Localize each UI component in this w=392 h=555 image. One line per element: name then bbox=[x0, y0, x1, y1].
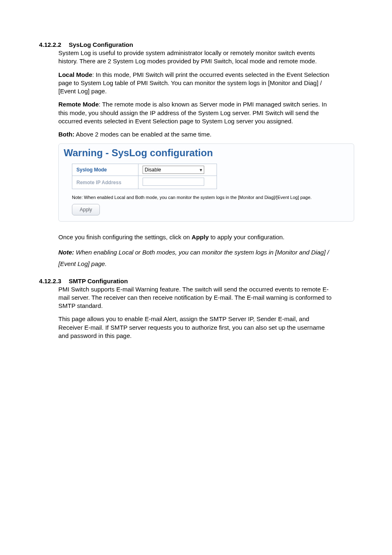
syslog-mode-select[interactable]: Disable ▼ bbox=[143, 166, 204, 174]
remote-ip-label: Remote IP Address bbox=[72, 176, 138, 189]
syslog-mode-label: Syslog Mode bbox=[72, 164, 138, 176]
syslog-config-panel: Warning - SysLog configuration Syslog Mo… bbox=[58, 143, 354, 222]
apply-button[interactable]: Apply bbox=[72, 204, 100, 215]
paragraph: System Log is useful to provide system a… bbox=[58, 49, 334, 66]
select-value: Disable bbox=[145, 167, 161, 173]
paragraph: This page allows you to enable E-mail Al… bbox=[58, 315, 334, 340]
paragraph: PMI Switch supports E-mail Warning featu… bbox=[58, 285, 334, 310]
document-page: 4.12.2.2SysLog Configuration System Log … bbox=[0, 0, 392, 370]
inline-text: When enabling Local or Both modes, you c… bbox=[58, 249, 329, 268]
panel-note: Note: When enabled Local and Both mode, … bbox=[72, 195, 350, 200]
table-row: Syslog Mode Disable ▼ bbox=[72, 164, 217, 176]
note-paragraph: Note: When enabling Local or Both modes,… bbox=[58, 247, 334, 270]
inline-text: to apply your configuration. bbox=[209, 234, 284, 240]
section-number: 4.12.2.2 bbox=[39, 41, 61, 48]
inline-text: : The remote mode is also known as Serve… bbox=[58, 101, 327, 125]
config-form-table: Syslog Mode Disable ▼ Remote IP Address bbox=[72, 164, 217, 189]
paragraph: Both: Above 2 modes can be enabled at th… bbox=[58, 130, 334, 139]
inline-label: Apply bbox=[191, 234, 209, 240]
chevron-down-icon: ▼ bbox=[199, 168, 203, 172]
panel-title: Warning - SysLog configuration bbox=[64, 147, 350, 159]
inline-label: Remote Mode bbox=[58, 101, 99, 108]
section-title: SMTP Configuration bbox=[69, 278, 128, 284]
section-title: SysLog Configuration bbox=[69, 41, 133, 48]
table-row: Remote IP Address bbox=[72, 176, 217, 189]
remote-ip-input[interactable] bbox=[143, 178, 204, 186]
syslog-mode-cell: Disable ▼ bbox=[138, 164, 217, 176]
paragraph: Once you finish configuring the settings… bbox=[58, 233, 334, 241]
inline-text: : In this mode, PMI Switch will print th… bbox=[58, 71, 329, 95]
section-heading-syslog: 4.12.2.2SysLog Configuration bbox=[39, 41, 359, 48]
inline-label: Local Mode bbox=[58, 71, 92, 78]
remote-ip-cell bbox=[138, 176, 217, 189]
paragraph: Remote Mode: The remote mode is also kno… bbox=[58, 100, 334, 125]
inline-label: Note: bbox=[58, 249, 74, 256]
section-heading-smtp: 4.12.2.3SMTP Configuration bbox=[39, 278, 359, 284]
section-number: 4.12.2.3 bbox=[39, 278, 61, 284]
inline-text: Once you finish configuring the settings… bbox=[58, 234, 191, 240]
inline-text: Above 2 modes can be enabled at the same… bbox=[74, 131, 212, 138]
inline-label: Both: bbox=[58, 131, 74, 138]
paragraph: Local Mode: In this mode, PMI Switch wil… bbox=[58, 71, 334, 96]
